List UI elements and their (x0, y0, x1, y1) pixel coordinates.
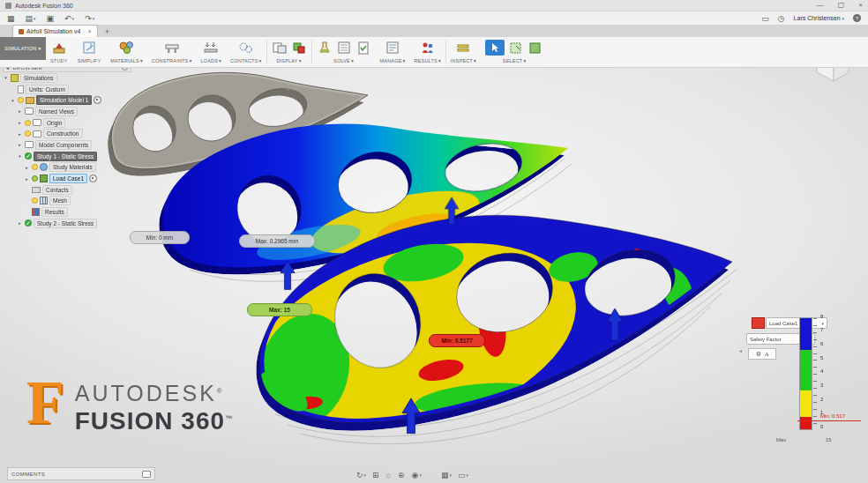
legend-footer-value[interactable]: 15 (826, 437, 832, 442)
tree-item-simulations[interactable]: ▾ Simulations (3, 72, 170, 84)
minimize-button[interactable]: — (817, 1, 824, 10)
legend-ruler (813, 318, 817, 429)
ribbon-group-contacts[interactable]: CONTACTS▾ (226, 37, 266, 67)
gear-icon[interactable]: ⚙ (756, 351, 761, 358)
tree-item-simulation-model-1[interactable]: ▾ Simulation Model 1 (10, 94, 170, 106)
undo-icon[interactable]: ↶▾ (64, 13, 74, 24)
ribbon-group-manage[interactable]: MANAGE▾ (376, 37, 410, 67)
caret-icon[interactable]: ▾ (3, 75, 9, 80)
ribbon-group-results[interactable]: RESULTS▾ (410, 37, 445, 67)
visibility-bulb-icon[interactable] (32, 175, 38, 182)
legend-tick: 8 (820, 314, 833, 319)
loads-icon[interactable] (202, 40, 220, 56)
select-tool-active[interactable] (485, 40, 505, 56)
solve-details-icon[interactable] (336, 40, 352, 56)
visibility-bulb-icon[interactable] (32, 164, 38, 170)
comments-bar[interactable]: COMMENTS (7, 467, 155, 480)
user-menu[interactable]: Lars Christensen ▾ (794, 15, 844, 21)
display-settings-icon[interactable]: ▦▾ (441, 470, 452, 480)
ribbon-group-simplify[interactable]: SIMPLIFY (73, 37, 107, 67)
caret-icon[interactable]: ▸ (17, 108, 23, 114)
tree-item-origin[interactable]: ▸ Origin (17, 117, 170, 129)
display-compare-icon[interactable] (272, 40, 288, 56)
ribbon-group-loads[interactable]: LOADS▾ (196, 37, 226, 67)
activate-icon[interactable] (94, 96, 101, 104)
fit-tool-icon[interactable]: ⌂ (386, 470, 392, 480)
ribbon-group-inspect[interactable]: INSPECT▾ (446, 37, 481, 67)
workspace-selector[interactable]: SIMULATION▾ (0, 37, 46, 60)
visibility-bulb-icon[interactable] (32, 197, 38, 204)
comment-bubble-icon[interactable] (142, 471, 151, 478)
ribbon-group-study[interactable]: STUDY (46, 37, 73, 67)
visibility-bulb-icon[interactable] (25, 120, 31, 126)
grid-settings-icon[interactable]: ▭▾ (458, 470, 468, 480)
legend-collapse-icon[interactable]: ◂ (739, 347, 742, 353)
visibility-bulb-icon[interactable] (25, 130, 31, 137)
materials-icon[interactable] (118, 40, 136, 56)
look-at-tool-icon[interactable]: ◉▾ (412, 470, 422, 480)
tree-item-named-views[interactable]: ▸ Named Views (17, 106, 170, 117)
redo-icon[interactable]: ↷▾ (85, 13, 94, 24)
legend-options[interactable]: ⚙ A (748, 348, 776, 360)
tree-item-study-2[interactable]: ▸ ✓ Study 2 - Static Stress (17, 218, 170, 229)
tree-item-study-1[interactable]: ▾ ✓ Study 1 - Static Stress (17, 151, 170, 162)
document-tab[interactable]: Airfoil Simulation v4 ◦ × (12, 25, 98, 37)
legend-tick: 6 (820, 341, 833, 346)
display-results-icon[interactable] (291, 40, 307, 56)
inspect-icon[interactable] (455, 40, 471, 56)
study-icon[interactable] (51, 40, 67, 56)
caret-icon[interactable]: ▸ (17, 142, 23, 147)
caret-icon[interactable]: ▸ (24, 176, 30, 182)
caret-icon[interactable]: ▸ (24, 165, 30, 170)
ribbon-group-display[interactable]: DISPLAY▾ (267, 37, 311, 67)
tree-item-study-materials[interactable]: ▸ Study Materials (24, 162, 170, 174)
load-case-dropdown[interactable]: Load Case1▾ (766, 317, 827, 329)
data-panel-grid-icon[interactable]: ▦ (7, 13, 15, 24)
precheck-icon[interactable] (355, 40, 371, 56)
caret-icon[interactable]: ▸ (17, 220, 23, 226)
feedback-icon[interactable]: ▭ (761, 13, 769, 24)
tree-item-results[interactable]: Results (24, 206, 170, 218)
window-select-icon[interactable] (508, 40, 524, 56)
tree-item-construction[interactable]: ▸ Construction (17, 128, 170, 139)
probe-icon[interactable]: A (765, 351, 768, 358)
new-tab-button[interactable]: + (105, 26, 109, 37)
results-icon[interactable] (419, 40, 437, 56)
freeform-select-icon[interactable] (528, 40, 543, 56)
caret-icon[interactable]: ▾ (17, 153, 23, 159)
file-menu-icon[interactable]: ▤▾ (26, 13, 36, 24)
caret-icon[interactable]: ▸ (17, 131, 23, 137)
tree-item-contacts[interactable]: Contacts (24, 184, 170, 196)
help-icon[interactable]: ? (853, 14, 861, 22)
ribbon-group-select[interactable]: SELECT▾ (481, 37, 548, 67)
manage-icon[interactable] (385, 40, 400, 56)
caret-icon[interactable]: ▸ (17, 120, 23, 125)
close-button[interactable]: × (858, 1, 863, 10)
contacts-icon[interactable] (237, 40, 255, 56)
caret-icon[interactable]: ▾ (10, 98, 16, 103)
fusion-360-window: Autodesk Fusion 360 — ▢ × ▦ ▤▾ ▣ ↶▾ ↷▾ ▭… (0, 0, 868, 483)
save-icon[interactable]: ▣ (47, 13, 55, 24)
activate-icon[interactable] (89, 175, 97, 182)
pan-tool-icon[interactable]: ⊞ (372, 470, 380, 480)
simplify-icon[interactable] (81, 40, 97, 56)
folder-icon (25, 108, 34, 115)
app-icon (5, 3, 11, 9)
legend-tick: 7 (820, 327, 833, 332)
zoom-tool-icon[interactable]: ⊕ (398, 470, 406, 480)
constraints-icon[interactable] (163, 40, 181, 56)
tree-item-units[interactable]: Units: Custom (10, 84, 170, 95)
tree-item-load-case-1[interactable]: ▸ Load Case1 (24, 173, 170, 184)
solve-icon[interactable] (317, 40, 333, 56)
tree-item-model-components[interactable]: ▸ Model Components (17, 139, 170, 151)
results-icon (32, 208, 40, 216)
job-status-icon[interactable]: ◷ (778, 13, 785, 24)
maximize-button[interactable]: ▢ (838, 1, 845, 10)
ribbon-group-solve[interactable]: SOLVE▾ (312, 37, 376, 67)
tab-close-icon[interactable]: × (88, 28, 92, 34)
ribbon-group-materials[interactable]: MATERIALS▾ (106, 37, 147, 67)
visibility-bulb-icon[interactable] (18, 97, 24, 103)
orbit-tool-icon[interactable]: ↻▾ (356, 470, 366, 480)
tree-item-mesh[interactable]: Mesh (24, 196, 170, 207)
ribbon-group-constraints[interactable]: CONSTRAINTS▾ (147, 37, 197, 67)
